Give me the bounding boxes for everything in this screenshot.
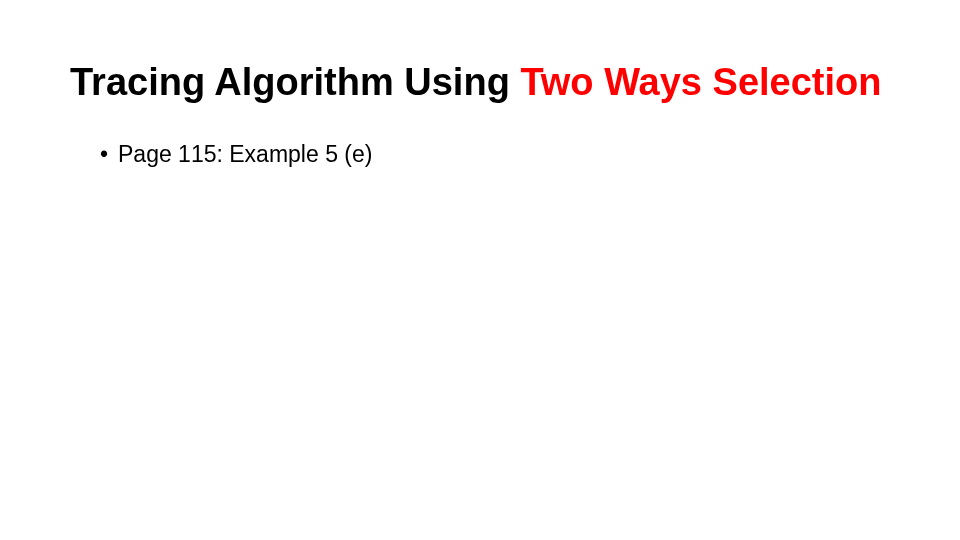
bullet-list: Page 115: Example 5 (e) [70,138,890,170]
bullet-text: Page 115: Example 5 (e) [118,141,372,167]
slide-title: Tracing Algorithm Using Two Ways Selecti… [70,60,890,106]
title-text-highlight: Two Ways Selection [520,61,881,103]
slide-container: Tracing Algorithm Using Two Ways Selecti… [0,0,960,540]
bullet-item: Page 115: Example 5 (e) [100,138,890,170]
title-text-plain: Tracing Algorithm Using [70,61,520,103]
